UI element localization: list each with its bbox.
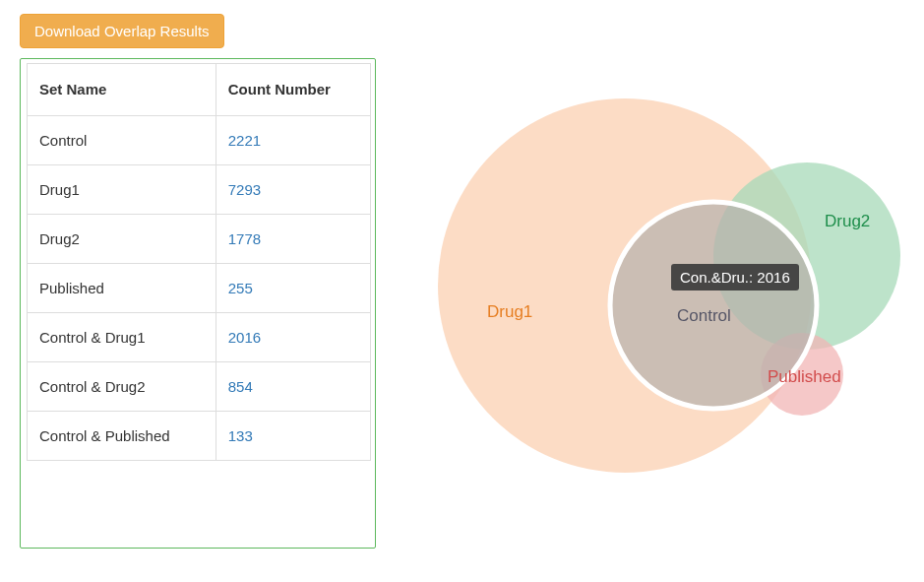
venn-label-drug1: Drug1 <box>487 302 532 321</box>
cell-set-name: Control <box>28 116 216 165</box>
cell-count[interactable]: 133 <box>216 412 370 461</box>
page-root: Download Overlap Results Set Name Count … <box>20 14 905 549</box>
venn-label-published: Published <box>768 367 841 386</box>
table-row: Control & Drug1 2016 <box>28 313 371 362</box>
cell-set-name: Control & Drug1 <box>28 313 216 362</box>
cell-count[interactable]: 2221 <box>216 116 370 165</box>
cell-count[interactable]: 255 <box>216 264 370 313</box>
results-table: Set Name Count Number Control 2221 Drug1… <box>27 63 371 461</box>
venn-svg: Drug1 Control Drug2 Published <box>413 59 924 549</box>
cell-count[interactable]: 2016 <box>216 313 370 362</box>
cell-count[interactable]: 7293 <box>216 165 370 215</box>
download-overlap-button[interactable]: Download Overlap Results <box>20 14 224 48</box>
table-row: Published 255 <box>28 264 371 313</box>
cell-set-name: Drug2 <box>28 215 216 264</box>
cell-count[interactable]: 1778 <box>216 215 370 264</box>
table-row: Drug1 7293 <box>28 165 371 215</box>
venn-label-drug2: Drug2 <box>825 212 870 230</box>
table-row: Control & Published 133 <box>28 412 371 461</box>
results-scroll[interactable]: Set Name Count Number Control 2221 Drug1… <box>27 63 371 544</box>
venn-diagram[interactable]: Drug1 Control Drug2 Published Con.&Dru.:… <box>413 59 924 549</box>
venn-label-control: Control <box>677 306 731 325</box>
table-row: Control & Drug2 854 <box>28 362 371 412</box>
cell-set-name: Control & Published <box>28 412 216 461</box>
venn-tooltip: Con.&Dru.: 2016 <box>671 264 799 291</box>
cell-set-name: Published <box>28 264 216 313</box>
col-set-name: Set Name <box>28 64 216 116</box>
table-row: Control 2221 <box>28 116 371 165</box>
results-panel: Set Name Count Number Control 2221 Drug1… <box>20 58 376 549</box>
col-count-number: Count Number <box>216 64 370 116</box>
table-row: Drug2 1778 <box>28 215 371 264</box>
cell-count[interactable]: 854 <box>216 362 370 412</box>
cell-set-name: Control & Drug2 <box>28 362 216 412</box>
table-header-row: Set Name Count Number <box>28 64 371 116</box>
cell-set-name: Drug1 <box>28 165 216 215</box>
